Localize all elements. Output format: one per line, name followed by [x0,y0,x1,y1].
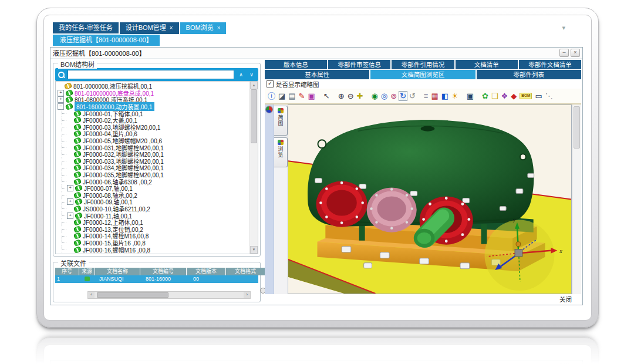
expand-icon[interactable]: + [67,213,73,219]
thumbnail-check-row: ✓ 是否显示缩略图 [265,79,581,89]
part-link-green-icon [74,206,81,211]
viewport-scroll-thumb[interactable] [574,106,580,149]
section-icon[interactable]: ◆ [511,92,517,100]
part-link-green-icon [74,193,81,198]
application-window: 我的任务-审签任务设计BOM管理×BOM浏览×▾ 液压挖掘机【801-00000… [36,8,599,328]
search-next-button[interactable]: ∨ [248,70,255,79]
tree-scrollbar[interactable]: ▲ ▼ [249,82,258,254]
scroll-left-icon[interactable]: ‹ [88,292,95,298]
hscroll-thumb[interactable] [97,292,168,298]
files-table-row[interactable]: 1JIANSUQI801-1600000 [55,275,258,283]
tab-close-icon[interactable]: × [170,25,173,31]
explode-icon[interactable]: ✿ [482,92,488,100]
side-tab-label: 浏览 [277,146,285,158]
zoom-dynamic-icon[interactable]: ◎ [381,92,387,100]
viewer-side-tab[interactable]: 简图 [274,106,288,136]
left-column: BOM结构树 ∧ ∨ 801-0000008,液压挖掘机,00,1+801-01… [52,60,262,304]
stage: 我的任务-审签任务设计BOM管理×BOM浏览×▾ 液压挖掘机【801-00000… [0,0,634,364]
tab-close-icon[interactable]: × [217,25,221,31]
info-tab[interactable]: 版本信息 [265,60,327,69]
zoom-in-icon[interactable]: ⊕ [338,92,345,100]
collapse-icon[interactable]: − [58,103,64,110]
main-tab[interactable]: 设计BOM管理× [120,22,179,34]
main-tab[interactable]: 我的任务-审签任务 [53,22,119,33]
main-tab[interactable]: BOM浏览× [180,22,227,34]
part-link-green-icon [66,104,73,109]
minimize-button[interactable]: – [559,49,569,57]
more-tools-icon[interactable]: ⋱ [545,92,553,100]
info-tab[interactable]: 文档简图浏览区 [370,70,475,79]
application-window: 我的任务-审签任务设计BOM管理×BOM浏览×▾ 液压挖掘机【801-00000… [36,338,599,364]
part-link-green-icon [74,165,81,170]
bom-icon[interactable]: BOM [520,93,532,99]
doc-preview-icon[interactable]: ◪ [278,92,285,100]
scroll-thumb[interactable] [251,89,257,143]
part-link-green-icon [74,172,81,177]
part-link-green-icon [74,233,81,238]
part-link-green-icon [66,97,73,102]
gearbox-3d-scene: x y [288,105,571,294]
tree-item-label: JF0000-16,螺帽M16 ,00,8 [83,245,150,254]
files-table-header: 序号来源文档名称文档编号文档版本文档格式 [55,268,258,275]
move-part-icon[interactable]: ❖ [501,92,508,100]
display-list-icon[interactable]: ≡ [424,92,429,100]
view-cube-icon[interactable]: ◧ [441,92,448,100]
part-link-green-icon [74,240,81,245]
scroll-up-icon[interactable]: ▲ [250,82,258,89]
rotate-icon[interactable]: ↻ [400,92,406,100]
print-icon[interactable]: ▤ [288,92,295,100]
part-link-green-icon [74,124,81,130]
light-icon[interactable]: ☀ [451,92,458,100]
measure-icon[interactable]: ▦ [431,92,438,100]
collapse-chevron-icon[interactable]: ▾ [562,24,565,32]
right-column: 版本信息零部件审签信息零部件引用情况文档清单零部件文档清单 基本属性文档简图浏览… [265,60,581,304]
part-link-green-icon [74,111,81,116]
info-tab[interactable]: 文档清单 [456,60,518,69]
main-tab-bar: 我的任务-审签任务设计BOM管理×BOM浏览×▾ [50,22,583,34]
main-tab-label: 我的任务-审签任务 [59,24,113,31]
expand-icon[interactable]: + [58,90,64,96]
info-tab[interactable]: 零部件文档清单 [519,60,581,69]
part-link-green-icon [74,151,81,157]
search-input[interactable] [68,70,234,79]
snapshot-icon[interactable]: ▣ [467,92,474,100]
search-prev-button[interactable]: ∧ [237,70,245,79]
expand-icon[interactable]: + [67,198,73,205]
zoom-fit-icon[interactable]: ✚ [357,92,363,100]
viewer-vertical-tabs: 简图浏览 [274,105,288,294]
expand-icon[interactable]: + [67,185,73,191]
orbit-icon[interactable]: ⊚ [390,92,397,100]
part-link-green-icon [74,247,81,252]
zoom-window-icon[interactable]: ◉ [371,92,377,100]
undo-view-icon[interactable]: ↺ [409,92,416,100]
close-button[interactable]: × [571,49,580,57]
viewer-side-tab[interactable]: 浏览 [274,137,288,167]
info-tab[interactable]: 零部件审签信息 [328,60,390,69]
zoom-out-icon[interactable]: ⊖ [348,92,354,100]
scroll-down-icon[interactable]: ▼ [250,246,258,254]
info-tab[interactable]: 基本属性 [265,70,369,79]
expand-icon[interactable]: + [58,96,64,103]
thumbnail-checkbox[interactable]: ✓ [267,80,274,87]
part-link-green-icon [75,213,82,218]
files-column-header: 文档格式 [226,268,265,275]
close-viewer-button[interactable]: 关闭 [559,295,572,304]
markup-icon[interactable]: ❑ [491,92,498,100]
view-mode-pie-icon[interactable] [266,106,272,113]
scroll-right-icon[interactable]: › [244,292,250,298]
info-tab[interactable]: 零部件引用情况 [392,60,454,69]
annotate-icon[interactable]: ✎ [299,92,305,100]
search-icon [58,72,65,78]
document-tab[interactable]: 液压挖掘机【801-0000008-00】 [53,35,160,46]
3d-viewport[interactable]: x y [288,105,572,294]
files-column-header: 序号 [55,268,79,275]
info-tab[interactable]: 零部件列表 [477,70,581,79]
image-edit-icon[interactable]: ▣ [308,92,315,100]
screen-view-icon[interactable]: ▭ [535,92,542,100]
panel-content: BOM结构树 ∧ ∨ 801-0000008,液压挖掘机,00,1+801-01… [50,59,582,305]
tree-item[interactable]: JF0000-16,螺帽M16 ,00,8 [67,246,248,253]
info-icon[interactable]: ⓘ [268,92,275,100]
viewport-scrollbar[interactable] [572,105,581,294]
files-horizontal-scrollbar[interactable]: ‹ › [87,291,251,299]
select-cursor-icon[interactable]: ↖ [323,92,330,100]
